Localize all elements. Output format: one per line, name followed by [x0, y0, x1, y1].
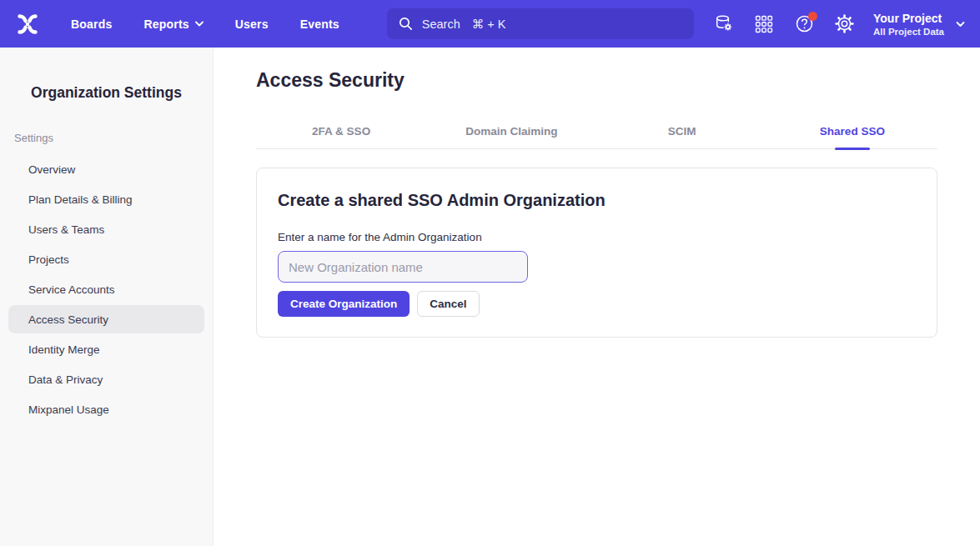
- sidebar-item-label: Projects: [28, 253, 69, 266]
- create-organization-button[interactable]: Create Organization: [278, 291, 410, 317]
- sidebar-item-label: Access Security: [28, 313, 108, 326]
- data-management-button[interactable]: [713, 13, 735, 35]
- org-name-label: Enter a name for the Admin Organization: [278, 231, 916, 243]
- mixpanel-logo[interactable]: [15, 12, 40, 37]
- project-name: Your Project: [873, 11, 944, 26]
- search-input[interactable]: Search ⌘ + K: [387, 8, 694, 39]
- tab-shared-sso[interactable]: Shared SSO: [767, 125, 937, 148]
- nav-right-controls: Your Project All Project Data: [713, 11, 965, 38]
- database-gear-icon: [715, 14, 734, 33]
- nav-item-reports[interactable]: Reports: [143, 18, 203, 31]
- tab-label: 2FA & SSO: [312, 125, 370, 138]
- search-placeholder: Search: [422, 18, 460, 31]
- cancel-button[interactable]: Cancel: [417, 291, 479, 317]
- nav-item-label: Boards: [71, 18, 112, 31]
- nav-item-events[interactable]: Events: [300, 18, 339, 31]
- apps-grid-icon: [755, 15, 773, 33]
- apps-grid-button[interactable]: [753, 13, 775, 35]
- chevron-down-icon: [195, 21, 204, 27]
- sidebar: Organization Settings Settings Overview …: [0, 48, 214, 546]
- nav-item-label: Reports: [143, 18, 188, 31]
- notification-dot: [808, 12, 817, 21]
- sidebar-item-overview[interactable]: Overview: [8, 155, 204, 183]
- sidebar-item-label: Users & Teams: [28, 223, 104, 236]
- project-subtitle: All Project Data: [873, 26, 944, 38]
- sidebar-item-label: Mixpanel Usage: [28, 403, 109, 416]
- gear-icon: [835, 14, 854, 33]
- card-title: Create a shared SSO Admin Organization: [278, 191, 916, 210]
- sidebar-item-users-teams[interactable]: Users & Teams: [8, 215, 204, 243]
- sidebar-item-label: Data & Privacy: [28, 373, 103, 386]
- search-icon: [399, 17, 413, 31]
- org-name-input[interactable]: [278, 251, 528, 283]
- nav-item-label: Users: [235, 18, 269, 31]
- sidebar-item-data-privacy[interactable]: Data & Privacy: [8, 365, 204, 393]
- sidebar-section-label: Settings: [14, 132, 213, 144]
- project-info: Your Project All Project Data: [873, 11, 944, 38]
- sidebar-title: Organization Settings: [0, 84, 213, 102]
- sidebar-item-label: Overview: [28, 163, 75, 176]
- sidebar-item-plan-details-billing[interactable]: Plan Details & Billing: [8, 185, 204, 213]
- sidebar-item-projects[interactable]: Projects: [8, 245, 204, 273]
- sidebar-item-label: Service Accounts: [28, 283, 115, 296]
- main-content: Access Security 2FA & SSO Domain Claimin…: [214, 48, 980, 546]
- nav-item-boards[interactable]: Boards: [71, 18, 112, 31]
- tab-label: Shared SSO: [820, 125, 885, 138]
- tab-bar: 2FA & SSO Domain Claiming SCIM Shared SS…: [256, 125, 937, 149]
- top-navigation: Boards Reports Users Events Search ⌘ + K: [0, 0, 980, 48]
- sidebar-item-access-security[interactable]: Access Security: [8, 305, 204, 333]
- sidebar-item-label: Plan Details & Billing: [28, 193, 133, 206]
- sidebar-item-identity-merge[interactable]: Identity Merge: [8, 335, 204, 363]
- tab-2fa-sso[interactable]: 2FA & SSO: [256, 125, 426, 148]
- sidebar-item-mixpanel-usage[interactable]: Mixpanel Usage: [8, 395, 204, 423]
- search-shortcut: ⌘ + K: [472, 18, 506, 31]
- tab-domain-claiming[interactable]: Domain Claiming: [426, 125, 596, 148]
- chevron-down-icon: [956, 21, 965, 28]
- app-body: Organization Settings Settings Overview …: [0, 48, 980, 546]
- button-row: Create Organization Cancel: [278, 291, 916, 317]
- settings-button[interactable]: [833, 13, 855, 35]
- page-title: Access Security: [256, 69, 937, 92]
- nav-item-label: Events: [300, 18, 339, 31]
- sidebar-item-label: Identity Merge: [28, 343, 100, 356]
- mixpanel-logo-icon: [16, 13, 39, 36]
- tab-label: SCIM: [668, 125, 696, 138]
- shared-sso-card: Create a shared SSO Admin Organization E…: [256, 168, 937, 338]
- project-switcher[interactable]: Your Project All Project Data: [873, 11, 965, 38]
- sidebar-item-service-accounts[interactable]: Service Accounts: [8, 275, 204, 303]
- nav-links: Boards Reports Users Events: [71, 18, 339, 31]
- tab-scim[interactable]: SCIM: [597, 125, 767, 148]
- help-button[interactable]: [793, 13, 815, 35]
- nav-item-users[interactable]: Users: [235, 18, 269, 31]
- sidebar-items: Overview Plan Details & Billing Users & …: [0, 155, 213, 423]
- tab-label: Domain Claiming: [465, 125, 557, 138]
